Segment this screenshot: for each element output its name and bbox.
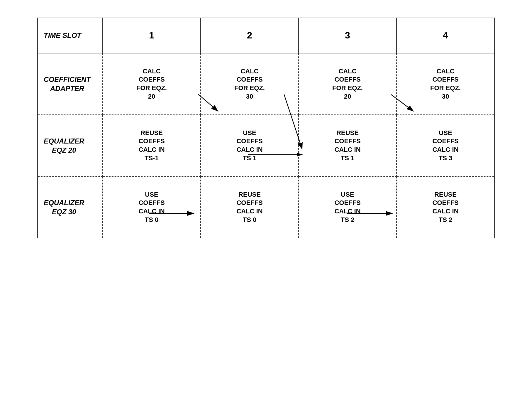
coeff-cell3: CALCCOEFFSFOR EQZ.20 (299, 53, 397, 115)
header-col2: 2 (247, 29, 252, 42)
eq20-cell1-text: REUSECOEFFSCALC INTS-1 (138, 129, 165, 162)
eq30-label-cell: EQUALIZER EQZ 30 (38, 176, 103, 238)
eq30-cell3: USECOEFFSCALC INTS 2 (299, 176, 397, 238)
coeff-row: COEFFICIENT ADAPTER CALCCOEFFSFOR EQZ.20… (38, 53, 494, 115)
header-col2-cell: 2 (201, 18, 299, 53)
coeff-cell4-text: CALCCOEFFSFOR EQZ.30 (430, 67, 461, 101)
eq20-cell2: USECOEFFSCALC INTS 1 (201, 115, 299, 176)
eq30-cell3-text: USECOEFFSCALC INTS 2 (334, 190, 360, 224)
time-slot-label-cell: TIME SLOT (38, 18, 103, 53)
header-col4: 4 (443, 29, 448, 42)
eq20-label: EQUALIZER EQZ 20 (44, 136, 84, 155)
eq20-cell3-text: REUSECOEFFSCALC INTS 1 (334, 129, 360, 162)
coeff-cell1-text: CALCCOEFFSFOR EQZ.20 (136, 67, 167, 101)
eq30-cell1: USECOEFFSCALC INTS 0 (103, 176, 201, 238)
eq20-row: EQUALIZER EQZ 20 REUSECOEFFSCALC INTS-1 … (38, 115, 494, 176)
eq20-label-cell: EQUALIZER EQZ 20 (38, 115, 103, 176)
header-col4-cell: 4 (397, 18, 494, 53)
time-slot-label: TIME SLOT (44, 31, 81, 40)
coeff-cell1: CALCCOEFFSFOR EQZ.20 (103, 53, 201, 115)
header-col3-cell: 3 (299, 18, 397, 53)
eq30-cell4-text: REUSECOEFFSCALC INTS 2 (432, 190, 458, 224)
eq20-cell3: REUSECOEFFSCALC INTS 1 (299, 115, 397, 176)
eq20-cell4: USECOEFFSCALC INTS 3 (397, 115, 494, 176)
eq20-cell4-text: USECOEFFSCALC INTS 3 (432, 129, 458, 162)
header-col1: 1 (149, 29, 154, 42)
header-col1-cell: 1 (103, 18, 201, 53)
coeff-label: COEFFICIENT ADAPTER (44, 75, 91, 93)
timing-diagram-table: TIME SLOT 1 2 3 4 (37, 18, 495, 238)
coeff-cell4: CALCCOEFFSFOR EQZ.30 (397, 53, 494, 115)
eq30-cell4: REUSECOEFFSCALC INTS 2 (397, 176, 494, 238)
header-row: TIME SLOT 1 2 3 4 (38, 18, 494, 53)
diagram-wrapper: TIME SLOT 1 2 3 4 (31, 12, 501, 244)
eq30-label: EQUALIZER EQZ 30 (44, 198, 84, 216)
eq20-cell1: REUSECOEFFSCALC INTS-1 (103, 115, 201, 176)
eq20-cell2-text: USECOEFFSCALC INTS 1 (236, 129, 262, 162)
eq30-cell2: REUSECOEFFSCALC INTS 0 (201, 176, 299, 238)
eq30-cell1-text: USECOEFFSCALC INTS 0 (138, 190, 165, 224)
eq30-cell2-text: REUSECOEFFSCALC INTS 0 (236, 190, 262, 224)
eq30-row: EQUALIZER EQZ 30 USECOEFFSCALC INTS 0 RE… (38, 176, 494, 238)
coeff-cell2: CALCCOEFFSFOR EQZ.30 (201, 53, 299, 115)
coeff-cell2-text: CALCCOEFFSFOR EQZ.30 (234, 67, 265, 101)
coeff-label-cell: COEFFICIENT ADAPTER (38, 53, 103, 115)
coeff-cell3-text: CALCCOEFFSFOR EQZ.20 (332, 67, 363, 101)
header-col3: 3 (345, 29, 350, 42)
